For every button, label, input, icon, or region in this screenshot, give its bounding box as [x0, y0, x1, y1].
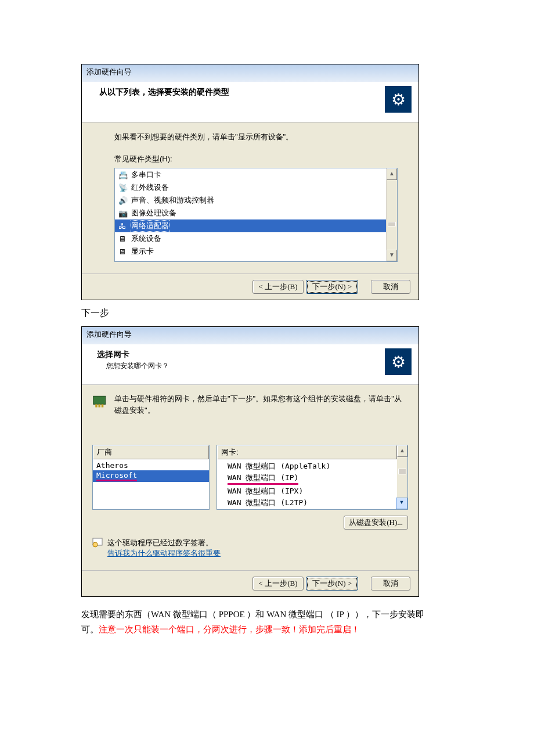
list-item[interactable]: 📇多串口卡 [115, 168, 387, 181]
info-row: 单击与硬件相符的网卡，然后单击"下一步"。如果您有这个组件的安装磁盘，请单击"从… [92, 391, 408, 422]
scrollbar[interactable]: ▲ ▼ [386, 168, 397, 261]
list-label: 常见硬件类型(H): [114, 154, 398, 164]
wizard-header: 选择网卡 您想安装哪个网卡？ ⚙ [82, 344, 418, 385]
device-icon: 🖥 [118, 247, 129, 256]
dropdown-arrow-icon[interactable]: ▼ [396, 498, 407, 509]
wizard-body: 单击与硬件相符的网卡，然后单击"下一步"。如果您有这个组件的安装磁盘，请单击"从… [82, 385, 418, 570]
svg-rect-3 [102, 404, 104, 407]
title-bar: 添加硬件向导 [82, 64, 418, 82]
list-item[interactable]: 📷图像处理设备 [115, 207, 387, 219]
list-item[interactable]: 🖥系统设备 [115, 232, 387, 245]
vendor-header: 厂商 [93, 445, 209, 459]
list-item[interactable]: WAN 微型端口 (L2TP) [224, 497, 397, 509]
scroll-thumb[interactable] [388, 222, 396, 226]
device-icon: 🔊 [118, 196, 129, 205]
scroll-down-icon[interactable]: ▼ [387, 250, 397, 261]
scroll-thumb[interactable] [398, 469, 406, 474]
signature-row: 这个驱动程序已经过数字签署。 告诉我为什么驱动程序签名很重要 [92, 538, 408, 559]
list-item-label: 显示卡 [131, 246, 154, 257]
next-button[interactable]: 下一步(N) > [306, 577, 358, 591]
list-item-label: 红外线设备 [131, 182, 169, 193]
svg-rect-0 [93, 396, 106, 404]
list-item-label: 声音、视频和游戏控制器 [131, 195, 214, 206]
wizard-dialog-select-card: 添加硬件向导 选择网卡 您想安装哪个网卡？ ⚙ 单击与硬件相符的网卡，然后单击"… [81, 326, 419, 597]
back-button[interactable]: < 上一步(B) [252, 577, 304, 591]
list-item-label: 图像处理设备 [131, 208, 176, 218]
scrollbar[interactable]: ▲ ▼ [397, 445, 407, 509]
list-item-label: 系统设备 [131, 233, 161, 244]
certificate-icon [92, 538, 103, 548]
wizard-dialog-hardware-type: 添加硬件向导 从以下列表，选择要安装的硬件类型 ⚙ 如果看不到想要的硬件类别，请… [81, 64, 419, 300]
cancel-button[interactable]: 取消 [371, 577, 410, 591]
cancel-button[interactable]: 取消 [371, 280, 410, 294]
columns: 厂商 AtherosMicrosoft 网卡: WAN 微型端口 (AppleT… [92, 445, 408, 510]
hardware-wizard-icon: ⚙ [385, 86, 412, 113]
list-item[interactable]: 🔊声音、视频和游戏控制器 [115, 194, 387, 207]
svg-rect-1 [95, 404, 98, 407]
button-row: < 上一步(B)下一步(N) > 取消 [82, 570, 418, 596]
list-item[interactable]: WAN 微型端口 (AppleTalk) [224, 460, 397, 472]
instruction-paragraph: 发现需要的东西（WAN 微型端口（ PPPOE ）和 WAN 微型端口 （ IP… [81, 607, 441, 637]
scroll-up-icon[interactable]: ▲ [397, 445, 407, 457]
vendor-listbox[interactable]: 厂商 AtherosMicrosoft [92, 445, 210, 510]
scroll-up-icon[interactable]: ▲ [387, 168, 397, 180]
wizard-subheading: 您想安装哪个网卡？ [96, 361, 409, 371]
card-listbox[interactable]: 网卡: WAN 微型端口 (AppleTalk)WAN 微型端口 (IP)WAN… [217, 445, 408, 510]
card-name: WAN 微型端口 (IP) [228, 473, 298, 485]
title-bar: 添加硬件向导 [82, 327, 418, 344]
caption-next: 下一步 [81, 307, 534, 319]
back-button[interactable]: < 上一步(B) [252, 280, 304, 294]
wizard-heading: 选择网卡 [96, 350, 409, 360]
device-icon: 📷 [118, 209, 129, 218]
list-item[interactable]: Microsoft [93, 470, 209, 482]
hardware-type-listbox[interactable]: 📇多串口卡📡红外线设备🔊声音、视频和游戏控制器📷图像处理设备🖧网络适配器🖥系统设… [114, 168, 398, 262]
svg-point-5 [93, 542, 98, 547]
signed-text: 这个驱动程序已经过数字签署。 [107, 538, 221, 548]
network-card-icon [92, 393, 109, 409]
list-item[interactable]: WAN 微型端口 (IPX) [224, 485, 397, 497]
info-text: 单击与硬件相符的网卡，然后单击"下一步"。如果您有这个组件的安装磁盘，请单击"从… [114, 393, 408, 416]
list-item[interactable]: WAN 微型端口 (IP) [224, 472, 397, 485]
wizard-header: 从以下列表，选择要安装的硬件类型 ⚙ [82, 82, 418, 123]
device-icon: 🖧 [118, 222, 129, 231]
device-icon: 📡 [118, 183, 129, 192]
list-item[interactable]: 🖧网络适配器 [115, 219, 387, 232]
wizard-heading: 从以下列表，选择要安装的硬件类型 [96, 87, 409, 98]
wizard-body: 如果看不到想要的硬件类别，请单击"显示所有设备"。 常见硬件类型(H): 📇多串… [82, 123, 418, 273]
next-button[interactable]: 下一步(N) > [306, 280, 358, 294]
list-item[interactable]: Atheros [93, 460, 209, 470]
device-icon: 🖥 [118, 235, 129, 243]
para-warning: 注意一次只能装一个端口，分两次进行，步骤一致！添加完后重启！ [99, 625, 360, 634]
device-icon: 📇 [118, 171, 129, 179]
install-from-disk-button[interactable]: 从磁盘安装(H)... [344, 516, 408, 530]
svg-rect-2 [99, 404, 101, 407]
card-header: 网卡: [217, 445, 397, 459]
hardware-wizard-icon: ⚙ [385, 348, 412, 375]
button-row: < 上一步(B)下一步(N) > 取消 [82, 273, 418, 300]
why-signing-link[interactable]: 告诉我为什么驱动程序签名很重要 [107, 548, 221, 559]
list-item[interactable]: 🖥显示卡 [115, 245, 387, 258]
hint-text: 如果看不到想要的硬件类别，请单击"显示所有设备"。 [114, 132, 398, 142]
list-item[interactable]: 📡红外线设备 [115, 181, 387, 194]
vendor-name: Microsoft [96, 471, 137, 481]
list-item-label: 多串口卡 [131, 170, 161, 180]
list-item-label: 网络适配器 [131, 221, 169, 231]
